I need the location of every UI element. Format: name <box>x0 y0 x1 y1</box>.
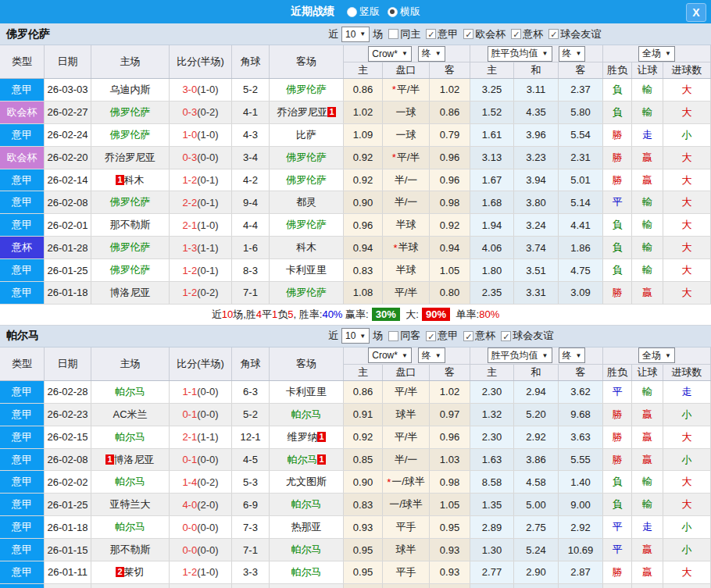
goals-result-cell: 大 <box>663 471 711 493</box>
match-count-select[interactable]: 10▼ <box>341 27 370 42</box>
home-odds-cell: 0.92 <box>344 169 383 191</box>
home-team-name: 帕尔马 <box>115 475 145 489</box>
rank-badge: 1 <box>317 454 325 465</box>
avg-away-cell: 10.69 <box>559 539 603 561</box>
fulltime-score: 0-3 <box>182 151 197 163</box>
handicap-result-cell: 輸 <box>632 584 663 588</box>
chevron-down-icon: ▼ <box>359 30 366 37</box>
avg-draw-cell: 3.24 <box>514 214 559 236</box>
avg-type-select[interactable]: 胜平负均值▼ <box>488 347 552 363</box>
league-filter[interactable]: ✓意杯 <box>506 27 543 41</box>
same-venue-checkbox[interactable] <box>388 29 398 39</box>
fulltime-score: 0-0 <box>182 522 197 533</box>
summary-segment: 近 <box>212 308 222 322</box>
away-odds-cell: 1.05 <box>430 259 470 281</box>
handicap-cell: 平/半 <box>383 282 430 304</box>
odds-stage-select[interactable]: 终▼ <box>418 347 445 363</box>
league-filter[interactable]: ✓意甲 <box>420 27 458 41</box>
chevron-down-icon: ▼ <box>665 50 671 57</box>
corner-cell: 7-1 <box>232 539 270 561</box>
avg-home-cell: 1.30 <box>470 539 514 561</box>
handicap-cell: 半球 <box>383 214 430 236</box>
match-row: 意甲26-02-24佛罗伦萨1-0(1-0)4-3比萨1.09一球0.791.6… <box>0 124 711 147</box>
wdl-result-cell: 負 <box>603 214 632 236</box>
fulltime-score: 2-1 <box>182 431 197 443</box>
home-team-cell: 那不勒斯 <box>91 539 170 561</box>
subcol-avg-away: 客 <box>559 365 603 380</box>
avg-away-cell: 9.00 <box>559 494 603 515</box>
close-button[interactable]: X <box>686 3 706 22</box>
goals-result-cell: 大 <box>663 561 711 583</box>
avg-away-cell: 5.14 <box>559 191 603 213</box>
home-odds-cell: 0.91 <box>344 404 383 426</box>
checked-checkbox-icon: ✓ <box>501 331 511 341</box>
avg-home-cell: 2.35 <box>470 282 514 304</box>
avg-home-cell: 3.13 <box>470 147 514 169</box>
summary-segment: 1 <box>272 308 277 320</box>
avg-away-cell: 2.37 <box>559 79 603 101</box>
league-filter[interactable]: ✓意甲 <box>420 329 458 343</box>
date-cell: 26-01-08 <box>45 584 91 588</box>
away-team-cell: 佛罗伦萨 <box>270 282 344 304</box>
home-team-cell: 乌迪内斯 <box>91 79 170 101</box>
league-filter[interactable]: ✓欧会杯 <box>458 27 506 41</box>
scope-select[interactable]: 全场▼ <box>638 46 675 62</box>
subcol-home-odds: 主 <box>344 365 383 380</box>
odds-stage-select[interactable]: 终▼ <box>418 46 445 62</box>
subcol-away-odds: 客 <box>430 62 470 78</box>
avg-away-cell: 3.09 <box>559 282 603 304</box>
avg-away-cell: 4.41 <box>559 214 603 236</box>
same-venue-checkbox[interactable] <box>388 331 398 341</box>
goals-result-cell: 走 <box>663 381 711 403</box>
avg-stage-select[interactable]: 终▼ <box>559 347 586 363</box>
league-type-cell: 欧会杯 <box>0 102 45 123</box>
match-row: 意甲26-01-25佛罗伦萨1-2(0-1)8-3卡利亚里0.83半球1.051… <box>0 259 711 282</box>
away-team-name: 乔治罗尼亚 <box>277 105 327 119</box>
avg-stage-select[interactable]: 终▼ <box>559 46 586 62</box>
halftime-score: (1-0) <box>197 566 218 578</box>
corner-cell: 4-5 <box>232 449 270 471</box>
away-team-cell: 尤文图斯 <box>270 471 344 493</box>
avg-draw-cell: 2.94 <box>514 381 559 403</box>
home-odds-cell: 0.92 <box>344 147 383 169</box>
away-odds-cell: 0.95 <box>430 516 470 538</box>
match-row: 意甲26-01-08帕尔马0-2(0-1)1-3国际米兰0.90*球半0.989… <box>0 584 711 588</box>
avg-group: 胜平负均值▼ 终▼ 主 和 客 <box>470 45 603 78</box>
score-cell: 1-2(0-1) <box>170 259 232 281</box>
home-odds-cell: 0.93 <box>344 516 383 538</box>
league-filter[interactable]: ✓球会友谊 <box>495 329 553 343</box>
fulltime-score: 1-2 <box>182 174 197 186</box>
filter-controls: 近 10▼ 场 同客 ✓意甲✓意杯✓球会友谊 <box>328 328 553 344</box>
avg-home-cell: 2.89 <box>470 516 514 538</box>
near-label: 近 <box>328 27 338 41</box>
league-filter[interactable]: ✓意杯 <box>458 329 495 343</box>
odds-company-select[interactable]: Crow*▼ <box>368 46 412 62</box>
avg-away-cell: 5.54 <box>559 124 603 146</box>
away-team-name: 都灵 <box>296 195 316 209</box>
away-odds-cell: 1.05 <box>430 494 470 515</box>
home-team-name: 佛罗伦萨 <box>110 128 151 142</box>
odds-company-select[interactable]: Crow*▼ <box>368 347 412 363</box>
star-icon: * <box>393 242 397 254</box>
match-count-select[interactable]: 10▼ <box>341 328 370 344</box>
odds-group: Crow*▼ 终▼ 主 盘口 客 <box>344 45 470 78</box>
summary-segment: 40% <box>322 308 342 320</box>
corner-cell: 5-2 <box>232 79 270 101</box>
fulltime-score: 0-0 <box>182 544 197 556</box>
handicap-value: 半/一 <box>395 195 418 209</box>
home-team-name: 博洛尼亚 <box>114 453 155 467</box>
horizontal-layout-radio[interactable]: 横版 <box>388 5 420 19</box>
fulltime-score: 0-1 <box>182 454 197 465</box>
handicap-value: 平/半 <box>397 151 420 165</box>
score-cell: 1-4(0-2) <box>170 471 232 493</box>
handicap-cell: 球半 <box>383 539 430 561</box>
scope-select[interactable]: 全场▼ <box>638 347 675 363</box>
vertical-layout-radio[interactable]: 竖版 <box>347 5 380 19</box>
wdl-result-cell: 勝 <box>603 124 632 146</box>
avg-type-select[interactable]: 胜平负均值▼ <box>488 46 552 62</box>
wdl-result-cell: 平 <box>603 381 632 403</box>
summary-segment: 10 <box>222 308 233 320</box>
league-type-cell: 意甲 <box>0 561 45 583</box>
league-filter[interactable]: ✓球会友谊 <box>543 27 601 41</box>
league-type-cell: 意甲 <box>0 494 45 515</box>
